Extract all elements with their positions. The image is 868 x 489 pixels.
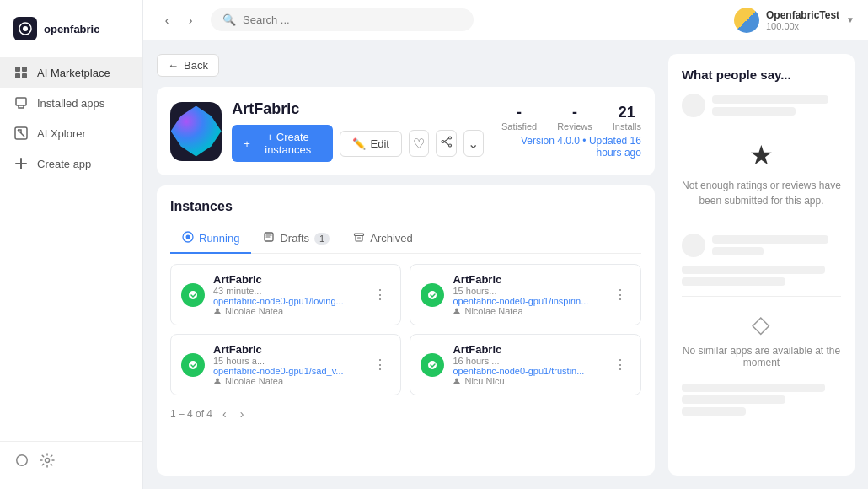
pagination: 1 – 4 of 4 ‹ › — [170, 406, 641, 422]
stat-reviews-value: - — [557, 104, 592, 121]
svg-rect-4 — [15, 73, 20, 78]
sidebar-item-create-app[interactable]: Create app — [0, 148, 142, 179]
more-button[interactable]: ⌄ — [463, 130, 484, 157]
instance-more-button[interactable]: ⋮ — [610, 285, 630, 304]
pagination-text: 1 – 4 of 4 — [170, 408, 212, 420]
stat-installs: 21 Installs — [613, 104, 641, 132]
review-skeleton-row — [682, 92, 841, 119]
tab-running[interactable]: Running — [170, 224, 251, 254]
instance-info: ArtFabric 16 hours ... openfabric-node0-… — [453, 343, 601, 386]
version-number: Version 4.0.0 — [521, 135, 580, 147]
edit-icon: ✏️ — [352, 137, 366, 150]
instance-user: Nicu Nicu — [453, 376, 601, 386]
app-stats-area: - Satisfied - Reviews 21 Installs — [494, 104, 641, 159]
sidebar-item-ai-marketplace[interactable]: AI Marketplace — [0, 57, 142, 88]
sidebar-label-ai-marketplace: AI Marketplace — [37, 67, 110, 79]
create-instances-button[interactable]: + + Create instances — [232, 125, 332, 162]
tab-archived[interactable]: Archived — [341, 224, 425, 254]
running-icon — [182, 231, 194, 245]
back-arrow-icon: ← — [168, 59, 179, 72]
nav-back-button[interactable]: ‹ — [157, 10, 177, 30]
heart-button[interactable]: ♡ — [409, 130, 429, 157]
user-info: OpenfabricTest 100.00x — [766, 9, 839, 31]
svg-rect-15 — [355, 234, 364, 236]
drafts-badge: 1 — [314, 233, 330, 244]
app-header: ArtFabric + + Create instances ✏️ Edit ♡ — [157, 87, 655, 175]
instance-card[interactable]: ArtFabric 15 hours a... openfabric-node0… — [170, 334, 401, 395]
instance-url[interactable]: openfabric-node0-gpu1/inspirin... — [453, 296, 601, 306]
svg-rect-3 — [22, 67, 27, 72]
pagination-next-button[interactable]: › — [237, 406, 248, 422]
nav-arrows: ‹ › — [157, 10, 201, 30]
instances-title: Instances — [170, 199, 641, 214]
instance-url[interactable]: openfabric-node0-gpu1/trustin... — [453, 366, 601, 376]
theme-toggle-icon[interactable] — [13, 452, 30, 469]
tab-drafts-label: Drafts — [280, 232, 309, 244]
instance-info: ArtFabric 43 minute... openfabric-node0-… — [213, 273, 362, 316]
skeleton-line — [682, 384, 825, 392]
search-bar[interactable]: 🔍 — [211, 8, 474, 31]
stat-reviews-label: Reviews — [557, 121, 592, 132]
topbar: ‹ › 🔍 OpenfabricTest 100.00x ▼ — [143, 0, 868, 40]
app-icon-graphic — [171, 106, 222, 157]
instance-card[interactable]: ArtFabric 15 hours... openfabric-node0-g… — [410, 264, 640, 325]
stat-satisfied: - Satisfied — [501, 104, 537, 132]
back-button[interactable]: ← Back — [157, 54, 219, 77]
reviews-panel: What people say... ★ Not enough ratings … — [668, 54, 855, 476]
skeleton-line — [682, 277, 785, 286]
instance-name: ArtFabric — [453, 343, 601, 356]
back-label: Back — [184, 59, 208, 72]
search-input[interactable] — [243, 13, 462, 26]
chevron-down-icon: ▼ — [846, 15, 855, 24]
skeleton-line — [712, 247, 764, 255]
instance-more-button[interactable]: ⋮ — [370, 285, 390, 304]
instance-card[interactable]: ArtFabric 16 hours ... openfabric-node0-… — [410, 334, 640, 395]
share-icon — [441, 136, 453, 151]
instances-panel: Instances Running — [157, 185, 655, 476]
pagination-prev-button[interactable]: ‹ — [219, 406, 230, 422]
svg-point-17 — [216, 309, 219, 312]
sidebar-item-ai-xplorer[interactable]: AI Xplorer — [0, 118, 142, 148]
avatar-skeleton-2 — [682, 234, 705, 257]
share-button[interactable] — [436, 130, 456, 157]
edit-button[interactable]: ✏️ Edit — [340, 131, 402, 157]
skeleton-line — [712, 235, 828, 244]
settings-icon[interactable] — [39, 452, 56, 469]
tab-drafts[interactable]: Drafts 1 — [251, 224, 341, 254]
instance-name: ArtFabric — [453, 273, 601, 286]
skeleton-line — [712, 107, 796, 116]
version-separator: • — [582, 135, 589, 147]
text-skeleton-2 — [712, 232, 841, 259]
svg-rect-6 — [16, 98, 26, 105]
app-stats: - Satisfied - Reviews 21 Installs — [494, 104, 641, 132]
instance-url[interactable]: openfabric-node0-gpu1/loving... — [213, 296, 362, 306]
star-icon: ★ — [682, 139, 841, 171]
svg-point-8 — [46, 459, 50, 463]
instance-time: 43 minute... — [213, 286, 362, 296]
instance-time: 15 hours a... — [213, 356, 362, 366]
instance-more-button[interactable]: ⋮ — [610, 355, 630, 374]
sidebar-label-installed-apps: Installed apps — [37, 97, 104, 110]
sidebar-logo: openfabric — [0, 10, 142, 57]
similar-section: ◇ No similar apps are available at the m… — [682, 296, 841, 375]
instance-card[interactable]: ArtFabric 43 minute... openfabric-node0-… — [170, 264, 401, 325]
instance-name: ArtFabric — [213, 343, 362, 356]
user-name: OpenfabricTest — [766, 9, 839, 21]
reviews-title: What people say... — [682, 67, 841, 82]
instance-more-button[interactable]: ⋮ — [370, 355, 390, 374]
version-info: Version 4.0.0 • Updated 16 hours ago — [494, 135, 641, 159]
nav-forward-button[interactable]: › — [180, 10, 201, 30]
skeleton-rows — [682, 266, 841, 296]
download-icon — [13, 95, 29, 110]
instance-url[interactable]: openfabric-node0-gpu1/sad_v... — [213, 366, 362, 376]
user-area[interactable]: OpenfabricTest 100.00x ▼ — [734, 8, 855, 33]
skeleton-line — [682, 266, 825, 274]
sidebar-item-installed-apps[interactable]: Installed apps — [0, 88, 142, 118]
similar-skeleton — [682, 384, 841, 416]
app-icon — [170, 102, 222, 161]
skeleton-line — [682, 395, 785, 404]
heart-icon: ♡ — [413, 136, 425, 152]
avatar — [734, 8, 759, 33]
instance-user: Nicolae Natea — [213, 306, 362, 316]
right-panel: What people say... ★ Not enough ratings … — [668, 54, 855, 476]
